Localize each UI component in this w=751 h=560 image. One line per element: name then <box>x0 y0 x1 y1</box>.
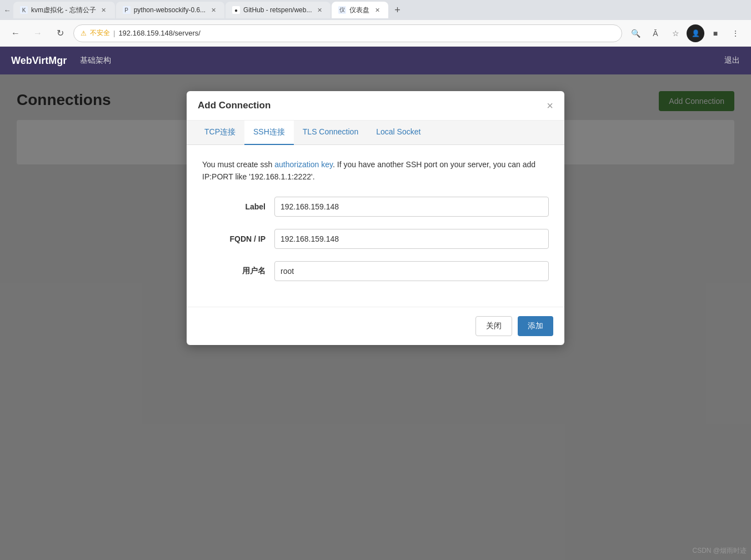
fqdn-field-label: FQDN / IP <box>202 234 274 243</box>
tab-label-python: python-websockify-0.6... <box>134 6 206 14</box>
tab-close-dashboard[interactable]: ✕ <box>373 6 382 14</box>
close-button[interactable]: 关闭 <box>475 316 512 336</box>
modal-overlay: Add Connection × TCP连接 SSH连接 TLS Connect… <box>0 74 751 560</box>
tab-favicon-kvm: K <box>20 6 28 14</box>
url-bar[interactable]: ⚠ 不安全 | 192.168.159.148/servers/ <box>73 24 622 42</box>
logout-button[interactable]: 退出 <box>724 56 740 66</box>
back-button[interactable]: ← <box>2 5 12 15</box>
tab-label-kvm: kvm虚拟化 - 忘情公子 <box>31 6 96 15</box>
modal-body: You must create ssh authorization key. I… <box>187 145 564 307</box>
nav-item-infrastructure[interactable]: 基础架构 <box>80 56 111 66</box>
label-field-group: Label <box>202 197 549 217</box>
new-tab-button[interactable]: + <box>389 2 405 18</box>
tab-python[interactable]: P python-websockify-0.6... ✕ <box>116 2 224 18</box>
fqdn-field-group: FQDN / IP <box>202 229 549 249</box>
bookmark-icon[interactable]: ☆ <box>667 24 684 42</box>
tab-dashboard[interactable]: 仪 仪表盘 ✕ <box>332 2 388 18</box>
tab-label-dashboard: 仪表盘 <box>349 6 369 15</box>
add-connection-modal: Add Connection × TCP连接 SSH连接 TLS Connect… <box>187 91 564 345</box>
tab-close-python[interactable]: ✕ <box>209 6 218 14</box>
username-input[interactable] <box>274 261 549 281</box>
tab-favicon-github: ● <box>232 6 240 14</box>
tab-tls[interactable]: TLS Connection <box>294 121 367 145</box>
security-icon: ⚠ <box>81 29 87 37</box>
label-field-label: Label <box>202 202 274 211</box>
settings-icon[interactable]: ⋮ <box>727 24 744 42</box>
info-text: You must create ssh authorization key. I… <box>202 158 549 183</box>
info-text-before: You must create ssh <box>202 160 274 169</box>
fqdn-input[interactable] <box>274 229 549 249</box>
tab-favicon-python: P <box>123 6 131 14</box>
url-text: 192.168.159.148/servers/ <box>118 29 200 37</box>
browser-actions: 🔍 Ā ☆ 👤 ■ ⋮ <box>627 24 744 42</box>
modal-header: Add Connection × <box>187 91 564 121</box>
profile-icon[interactable]: 👤 <box>687 24 704 42</box>
tab-github[interactable]: ● GitHub - retspen/web... ✕ <box>226 2 331 18</box>
app-brand: WebVirtMgr <box>11 55 67 67</box>
tab-close-kvm[interactable]: ✕ <box>99 6 108 14</box>
search-icon[interactable]: 🔍 <box>627 24 644 42</box>
username-field-group: 用户名 <box>202 261 549 281</box>
extensions-icon[interactable]: ■ <box>707 24 724 42</box>
reload-button[interactable]: ↻ <box>51 24 69 42</box>
browser-frame: ← K kvm虚拟化 - 忘情公子 ✕ P python-websockify-… <box>0 0 751 560</box>
address-bar: ← → ↻ ⚠ 不安全 | 192.168.159.148/servers/ 🔍… <box>0 20 751 47</box>
tab-label-github: GitHub - retspen/web... <box>243 6 312 14</box>
tab-favicon-dashboard: 仪 <box>338 6 346 14</box>
modal-tabs: TCP连接 SSH连接 TLS Connection Local Socket <box>187 121 564 145</box>
forward-nav-button[interactable]: → <box>29 24 47 42</box>
authorization-key-link[interactable]: authorization key <box>274 160 333 169</box>
tab-bar: ← K kvm虚拟化 - 忘情公子 ✕ P python-websockify-… <box>0 0 751 20</box>
tab-kvm[interactable]: K kvm虚拟化 - 忘情公子 ✕ <box>13 2 115 18</box>
security-label: 不安全 <box>90 28 110 38</box>
watermark: CSDN @烟雨时迹 <box>692 546 747 556</box>
modal-footer: 关闭 添加 <box>187 307 564 345</box>
username-field-label: 用户名 <box>202 266 274 276</box>
url-separator: | <box>113 29 115 37</box>
tab-close-github[interactable]: ✕ <box>315 6 324 14</box>
label-input[interactable] <box>274 197 549 217</box>
modal-title: Add Connection <box>198 100 271 111</box>
add-button[interactable]: 添加 <box>518 316 553 336</box>
translate-icon[interactable]: Ā <box>647 24 664 42</box>
tab-ssh[interactable]: SSH连接 <box>244 121 294 145</box>
tab-tcp[interactable]: TCP连接 <box>196 121 244 145</box>
tab-local-socket[interactable]: Local Socket <box>367 121 429 145</box>
app-content: WebVirtMgr 基础架构 退出 Connections Add Conne… <box>0 47 751 560</box>
back-nav-button[interactable]: ← <box>7 24 24 42</box>
page-content: Connections Add Connection Add Connectio… <box>0 74 751 560</box>
modal-close-button[interactable]: × <box>547 100 553 111</box>
app-header: WebVirtMgr 基础架构 退出 <box>0 47 751 74</box>
